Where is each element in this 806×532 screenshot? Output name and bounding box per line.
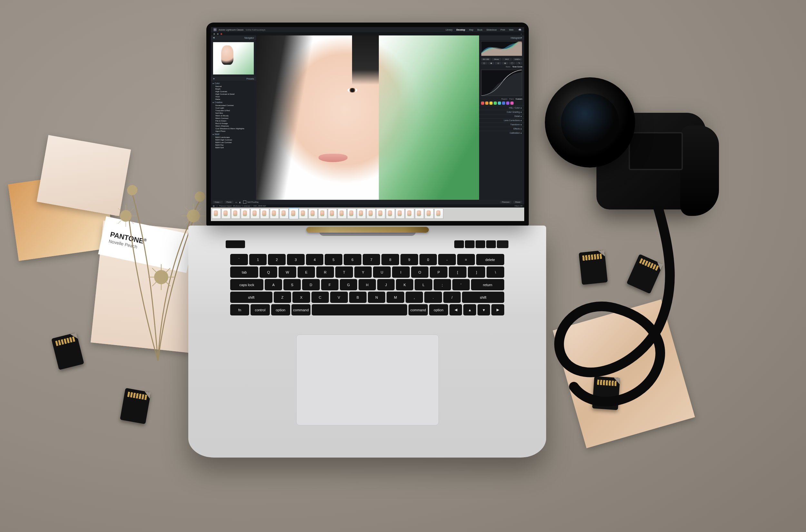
preset-item[interactable]: Vivid: [212, 95, 255, 98]
key[interactable]: G: [340, 279, 357, 290]
curve-mode[interactable]: Point: [509, 98, 514, 100]
key[interactable]: ]: [468, 266, 486, 278]
key[interactable]: F: [321, 279, 339, 290]
preset-item[interactable]: Turquoise & Red: [212, 109, 255, 112]
filmstrip-thumb[interactable]: [250, 208, 260, 219]
filmstrip-thumb[interactable]: [415, 208, 424, 219]
touchbar-siri-icon[interactable]: [497, 240, 508, 248]
key[interactable]: tab: [230, 266, 258, 278]
preset-item[interactable]: Aged Photo: [212, 130, 255, 132]
collapsed-panel[interactable]: Transform ◂: [479, 122, 524, 127]
preset-item[interactable]: High Contrast: [212, 90, 255, 93]
heal-tool-icon[interactable]: ◉: [488, 62, 494, 64]
module-tab-print[interactable]: Print: [499, 28, 506, 32]
cloud-sync-icon[interactable]: [519, 28, 522, 31]
key[interactable]: Q: [260, 266, 277, 278]
preset-item[interactable]: B&W Landscape: [212, 136, 255, 138]
key[interactable]: U: [373, 266, 391, 278]
histogram-header[interactable]: Histogram ▸: [479, 35, 524, 40]
filmstrip-thumb[interactable]: [241, 208, 250, 219]
filmstrip-thumb[interactable]: [434, 208, 443, 219]
key[interactable]: 8: [381, 254, 399, 265]
magenta-channel[interactable]: [510, 101, 513, 105]
soft-proofing-toggle[interactable]: Soft Proofing: [243, 201, 259, 204]
key[interactable]: caps lock: [230, 279, 263, 290]
histogram[interactable]: [481, 41, 522, 56]
key[interactable]: 3: [287, 254, 305, 265]
key[interactable]: control: [250, 304, 269, 316]
filmstrip-thumb[interactable]: [289, 208, 298, 219]
filmstrip-thumb[interactable]: [328, 208, 337, 219]
module-tab-book[interactable]: Book: [475, 28, 484, 32]
key[interactable]: =: [457, 254, 475, 265]
filmstrip-thumb[interactable]: [260, 208, 269, 219]
touchbar-volume-icon[interactable]: [475, 240, 485, 248]
panel-tab[interactable]: Basic: [506, 66, 511, 68]
collapsed-panel[interactable]: HSL / Color ◂: [479, 106, 524, 110]
preset-item[interactable]: Matte: [212, 98, 255, 100]
key[interactable]: N: [368, 292, 385, 303]
blue-channel[interactable]: [502, 101, 505, 105]
filmstrip-thumb[interactable]: [270, 208, 279, 219]
curve-mode[interactable]: Region: [501, 98, 507, 100]
filmstrip[interactable]: [211, 208, 524, 221]
key[interactable]: option: [271, 304, 290, 316]
key[interactable]: [312, 304, 407, 316]
key[interactable]: ◀: [449, 304, 462, 316]
loupe-icon[interactable]: ▭: [236, 201, 237, 203]
filmstrip-thumb[interactable]: [318, 208, 327, 219]
key[interactable]: 0: [419, 254, 437, 265]
touchbar-esc[interactable]: [226, 240, 245, 248]
touchbar-brightness-down-icon[interactable]: [454, 240, 464, 248]
preset-group[interactable]: ▸ Creative: [212, 100, 255, 104]
key[interactable]: Y: [354, 266, 372, 278]
yellow-channel[interactable]: [489, 101, 493, 105]
preset-item[interactable]: High Contrast & Detail: [212, 93, 255, 95]
preset-item[interactable]: Desaturated Contrast: [212, 104, 255, 107]
paste-button[interactable]: Paste: [225, 201, 233, 203]
filmstrip-thumb[interactable]: [299, 208, 308, 219]
touchbar-mute-icon[interactable]: [486, 240, 496, 248]
gradient-tool-icon[interactable]: ▤: [502, 62, 508, 64]
key[interactable]: O: [411, 266, 429, 278]
key[interactable]: .: [424, 292, 442, 303]
filmstrip-thumb[interactable]: [347, 208, 356, 219]
filter-label[interactable]: Filters Off: [514, 205, 522, 207]
filmstrip-thumb[interactable]: [425, 208, 434, 219]
key[interactable]: 1: [249, 254, 267, 265]
key[interactable]: `: [230, 254, 248, 265]
filmstrip-thumb[interactable]: [212, 208, 221, 219]
green-channel[interactable]: [493, 101, 497, 105]
crumb-folder[interactable]: Previous Import: [219, 205, 232, 207]
key[interactable]: 9: [400, 254, 418, 265]
preset-item[interactable]: B&W Soft: [212, 146, 255, 149]
module-tab-develop[interactable]: Develop: [455, 28, 467, 32]
key[interactable]: 4: [306, 254, 324, 265]
key[interactable]: fn: [230, 304, 249, 316]
brush-tool-icon[interactable]: ✎: [516, 62, 522, 64]
preset-item[interactable]: Natural: [212, 85, 255, 88]
module-tab-web[interactable]: Web: [507, 28, 515, 32]
preset-group[interactable]: ▸ Color: [212, 81, 255, 85]
preset-item[interactable]: Cool Shadows & Warm Highlights: [212, 127, 255, 130]
key[interactable]: ,: [406, 292, 423, 303]
key[interactable]: 2: [268, 254, 286, 265]
filmstrip-thumb[interactable]: [222, 208, 230, 219]
filmstrip-thumb[interactable]: [367, 208, 376, 219]
second-monitor-icon[interactable]: ▢: [216, 205, 218, 207]
key[interactable]: shift: [230, 292, 273, 303]
collapsed-panel[interactable]: Lens Corrections ◂: [479, 118, 524, 122]
key[interactable]: command: [409, 304, 428, 316]
key[interactable]: \: [487, 266, 504, 278]
reset-button[interactable]: Reset: [513, 201, 522, 203]
trackpad[interactable]: [296, 335, 439, 425]
preset-item[interactable]: Soft Mist: [212, 112, 255, 114]
collapsed-panel[interactable]: Effects ◂: [479, 127, 524, 131]
key[interactable]: -: [438, 254, 456, 265]
key[interactable]: X: [293, 292, 310, 303]
keyboard[interactable]: `1234567890-=delete tabQWERTYUIOP[]\ cap…: [230, 254, 504, 328]
curve-mode[interactable]: Custom: [516, 98, 522, 100]
key[interactable]: T: [335, 266, 353, 278]
key[interactable]: C: [312, 292, 329, 303]
key[interactable]: 6: [344, 254, 361, 265]
